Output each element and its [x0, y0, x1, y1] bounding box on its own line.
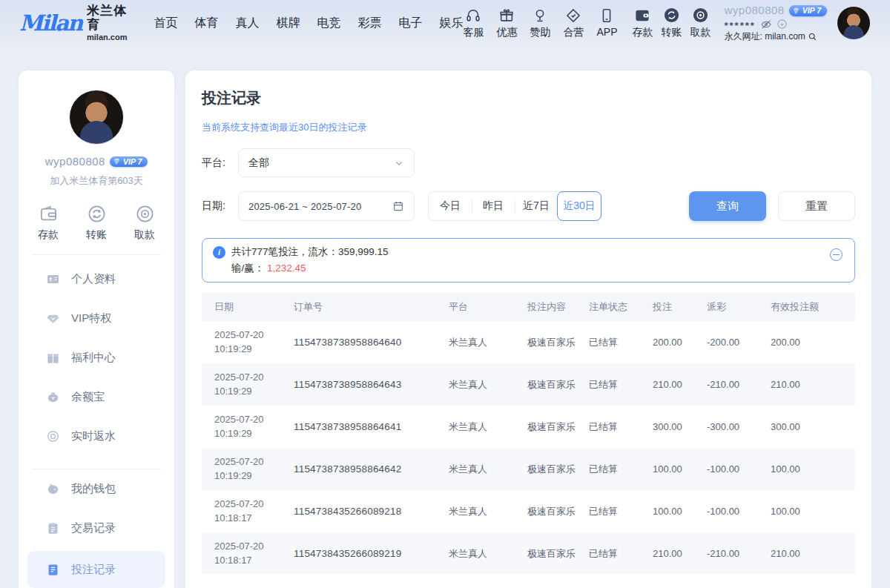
- page-subtitle: 当前系统支持查询最近30日的投注记录: [202, 121, 855, 134]
- cell-valid-bet: 300.00: [758, 421, 855, 432]
- nav-item[interactable]: 棋牌: [276, 16, 300, 31]
- sponsor-link[interactable]: 赞助: [530, 7, 550, 39]
- support-link[interactable]: 客服: [463, 7, 484, 39]
- table-row: 2025-07-2010:18:17 1154738435266089218 米…: [202, 490, 855, 532]
- cell-platform: 米兰真人: [436, 420, 515, 434]
- nav-item[interactable]: 娱乐: [439, 16, 463, 31]
- cell-date: 2025-07-2010:19:29: [202, 455, 281, 482]
- sidebar-quick-actions: 存款 转账 取款: [19, 204, 174, 242]
- cell-date: 2025-07-2010:19:29: [202, 371, 281, 397]
- sidebar-item-wallet[interactable]: 我的钱包: [19, 469, 174, 509]
- sidebar-item-profile[interactable]: 个人资料: [19, 260, 174, 299]
- bet-records-panel: 投注记录 当前系统支持查询最近30日的投注记录 平台: 全部 日期: 2025-…: [185, 70, 871, 588]
- nav-item[interactable]: 电竞: [317, 16, 340, 31]
- table-row: 2025-07-2010:19:29 1154738738958864641 米…: [202, 406, 855, 448]
- promotions-link[interactable]: 优惠: [496, 7, 517, 39]
- sidebar-item-benefits[interactable]: 福利中心: [19, 338, 174, 377]
- transfer-action[interactable]: 转账: [86, 204, 107, 242]
- page-title: 投注记录: [202, 88, 855, 108]
- cell-content: 极速百家乐: [515, 378, 576, 392]
- brand-logo[interactable]: Milan 米兰体育 milan.com: [19, 4, 136, 41]
- transactions-icon: [46, 521, 60, 535]
- divider: [32, 254, 161, 255]
- nav-item[interactable]: 电子: [398, 16, 422, 31]
- wallet-links-group: 存款 转账 取款: [632, 7, 711, 39]
- sidebar-item-bet-records[interactable]: 投注记录: [27, 551, 165, 588]
- nav-item[interactable]: 彩票: [357, 16, 381, 31]
- magnifier-icon[interactable]: [808, 32, 817, 42]
- brand-name-cn: 米兰体育: [87, 4, 136, 32]
- col-status: 注单状态: [576, 300, 640, 314]
- bet-records-table: 日期 订单号 平台 投注内容 注单状态 投注 派彩 有效投注额 2025-07-…: [202, 293, 855, 575]
- cell-status: 已结算: [576, 505, 640, 518]
- cell-bet: 100.00: [640, 463, 694, 475]
- sidebar-item-yuebao[interactable]: 余额宝: [19, 377, 174, 417]
- transfer-link[interactable]: 转账: [661, 7, 682, 39]
- cell-platform: 米兰真人: [436, 378, 515, 392]
- col-bet: 投注: [640, 300, 694, 314]
- app-link[interactable]: APP: [596, 7, 617, 39]
- user-info-block: wyp080808 VIP 7 ****** 永久网址: milan.com: [724, 4, 827, 42]
- cell-platform: 米兰真人: [436, 463, 515, 476]
- piggy-bank-icon: [46, 390, 60, 404]
- cell-content: 极速百家乐: [515, 463, 576, 476]
- benefits-icon: [46, 351, 60, 365]
- nav-item[interactable]: 体育: [194, 16, 218, 31]
- col-order-id: 订单号: [281, 300, 436, 314]
- range-7days-button[interactable]: 近7日: [515, 192, 558, 220]
- cell-order-id: 1154738435266089218: [281, 506, 436, 517]
- withdraw-action[interactable]: 取款: [134, 204, 155, 242]
- cell-date: 2025-07-2010:18:17: [202, 498, 281, 524]
- range-today-button[interactable]: 今日: [429, 192, 472, 220]
- masked-balance: ******: [724, 20, 755, 32]
- sidebar-item-rebate[interactable]: 实时返水: [19, 417, 174, 456]
- sidebar-item-vip[interactable]: VIP特权: [19, 299, 174, 338]
- col-payout: 派彩: [694, 300, 758, 314]
- deposit-action[interactable]: 存款: [38, 204, 59, 242]
- cell-valid-bet: 210.00: [758, 548, 855, 559]
- cell-order-id: 1154738738958864641: [281, 421, 436, 432]
- col-platform: 平台: [436, 300, 515, 314]
- platform-filter-row: 平台: 全部: [202, 148, 855, 177]
- vip-badge: VIP 7: [789, 5, 827, 16]
- username[interactable]: wyp080808: [724, 4, 784, 18]
- deposit-link[interactable]: 存款: [632, 7, 653, 39]
- cell-bet: 300.00: [640, 421, 694, 432]
- platform-selected-value: 全部: [248, 156, 394, 170]
- table-header: 日期 订单号 平台 投注内容 注单状态 投注 派彩 有效投注额: [202, 293, 855, 321]
- cell-order-id: 1154738435266089219: [281, 548, 436, 559]
- avatar[interactable]: [837, 6, 871, 40]
- cell-valid-bet: 100.00: [758, 463, 855, 475]
- cell-content: 极速百家乐: [515, 547, 576, 561]
- reset-button[interactable]: 重置: [778, 191, 855, 221]
- cell-bet: 100.00: [640, 506, 694, 517]
- query-button[interactable]: 查询: [689, 191, 766, 221]
- sidebar-item-transactions[interactable]: 交易记录: [19, 509, 174, 548]
- nav-item[interactable]: 真人: [235, 16, 259, 31]
- summary-winloss: 输/赢： 1,232.45: [231, 262, 844, 275]
- verify-circle-icon[interactable]: [777, 19, 788, 30]
- vip-badge: VIP 7: [110, 156, 148, 167]
- partner-link[interactable]: 合营: [563, 7, 584, 39]
- range-30days-button[interactable]: 近30日: [557, 191, 601, 221]
- diamond-icon: [113, 157, 121, 165]
- withdraw-icon: [135, 204, 155, 224]
- quick-range-group: 今日 昨日 近7日 近30日: [428, 191, 601, 221]
- diamond-icon: [792, 7, 800, 15]
- cell-status: 已结算: [576, 463, 640, 476]
- date-range-input[interactable]: 2025-06-21 ~ 2025-07-20: [238, 191, 415, 221]
- cell-content: 极速百家乐: [515, 420, 576, 434]
- username: wyp080808: [45, 155, 105, 168]
- table-row: 2025-07-2010:19:29 1154738738958864642 米…: [202, 448, 855, 490]
- table-body: 2025-07-2010:19:29 1154738738958864640 米…: [202, 321, 855, 575]
- cell-bet: 210.00: [640, 548, 694, 559]
- eye-off-icon[interactable]: [760, 19, 772, 30]
- collapse-icon[interactable]: [830, 248, 843, 261]
- range-yesterday-button[interactable]: 昨日: [472, 192, 515, 220]
- gift-icon: [498, 7, 515, 24]
- nav-item[interactable]: 首页: [154, 16, 177, 31]
- main-nav: 首页体育真人棋牌电竞彩票电子娱乐: [154, 16, 463, 31]
- platform-select[interactable]: 全部: [238, 148, 415, 177]
- withdraw-link[interactable]: 取款: [690, 7, 711, 39]
- info-icon: [213, 246, 225, 259]
